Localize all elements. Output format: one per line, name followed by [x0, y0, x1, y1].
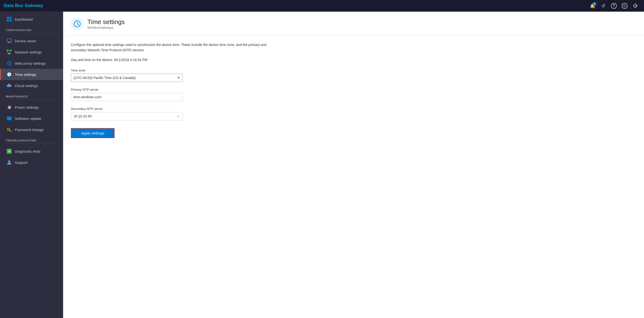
sidebar-label-dashboard: Dashboard	[15, 17, 32, 21]
page-title: Time settings	[88, 18, 125, 26]
secondary-ntp-group: Secondary NTP server ✓	[71, 107, 636, 120]
help-icon: ?	[611, 3, 617, 9]
page-description: Configure the optional time settings use…	[71, 42, 270, 53]
primary-ntp-input[interactable]	[71, 93, 182, 101]
sidebar-item-device-name[interactable]: Device name	[0, 35, 63, 46]
page-body: Configure the optional time settings use…	[63, 35, 644, 145]
sidebar-item-web-proxy[interactable]: Web proxy settings	[0, 58, 63, 69]
svg-rect-8	[10, 50, 12, 51]
topbar-icon-group: 🔔 1 ↺ ? © ⏻	[588, 1, 640, 11]
svg-rect-6	[8, 42, 11, 42]
sidebar-label-network-settings: Network settings	[15, 50, 42, 54]
help-button[interactable]: ?	[609, 1, 619, 11]
svg-point-19	[7, 128, 10, 130]
section-label-troubleshooting: TROUBLESHOOTING	[0, 135, 63, 143]
section-label-maintenance: MAINTENANCE	[0, 91, 63, 99]
primary-ntp-label: Primary NTP server	[71, 88, 636, 91]
section-label-configuration: CONFIGURATION	[0, 25, 63, 33]
page-subtitle: MyDBoxGateway1	[88, 26, 125, 29]
globe-icon	[6, 61, 12, 66]
grid-icon	[6, 17, 12, 22]
sidebar-label-password-change: Password change	[15, 128, 44, 132]
svg-rect-7	[7, 50, 9, 51]
sidebar-label-support: Support	[15, 161, 28, 165]
apply-settings-button[interactable]: Apply settings	[71, 128, 114, 138]
svg-text:↑: ↑	[8, 117, 10, 120]
clock-icon	[6, 72, 12, 77]
secondary-ntp-input-wrapper: ✓	[71, 112, 182, 120]
sidebar-item-network-settings[interactable]: Network settings	[0, 46, 63, 58]
refresh-button[interactable]: ↺	[598, 1, 608, 11]
sidebar-label-cloud-settings: Cloud settings	[15, 84, 38, 88]
copyright-button[interactable]: ©	[620, 1, 630, 11]
svg-rect-2	[7, 20, 9, 22]
network-icon	[6, 49, 12, 55]
svg-rect-3	[10, 20, 12, 22]
diagnostic-icon: +	[6, 148, 12, 154]
notification-button[interactable]: 🔔 1	[588, 1, 598, 11]
secondary-ntp-label: Secondary NTP server	[71, 107, 636, 111]
timezone-group: Time zone (UTC-12:00) International Date…	[71, 69, 636, 82]
sidebar: Dashboard CONFIGURATION Device name Netw…	[0, 12, 63, 318]
topbar: Data Box Gateway 🔔 1 ↺ ? © ⏻	[0, 0, 644, 12]
troubleshooting-divider	[6, 143, 57, 144]
sidebar-label-power-settings: Power settings	[15, 105, 38, 109]
sidebar-label-software-update: Software update	[15, 116, 41, 121]
svg-text:+: +	[8, 149, 10, 153]
sidebar-label-web-proxy: Web proxy settings	[15, 61, 46, 65]
sidebar-item-diagnostic-tests[interactable]: + Diagnostic tests	[0, 146, 63, 157]
svg-rect-4	[7, 39, 12, 42]
secondary-ntp-checkmark: ✓	[177, 114, 180, 118]
content-area: Time settings MyDBoxGateway1 Configure t…	[63, 12, 644, 318]
sidebar-label-time-settings: Time settings	[15, 72, 36, 77]
svg-rect-5	[8, 43, 10, 43]
sidebar-item-cloud-settings[interactable]: Cloud settings	[0, 80, 63, 91]
secondary-ntp-input[interactable]	[71, 112, 182, 120]
page-header-icon	[71, 18, 84, 30]
timezone-label: Time zone	[71, 69, 636, 72]
sidebar-item-software-update[interactable]: ↑ Software update	[0, 113, 63, 124]
svg-point-24	[8, 160, 10, 163]
primary-ntp-group: Primary NTP server	[71, 88, 636, 101]
refresh-icon: ↺	[601, 3, 606, 9]
update-icon: ↑	[6, 116, 12, 121]
power-icon: ⏻	[633, 3, 638, 8]
power-button[interactable]: ⏻	[630, 1, 640, 11]
sidebar-item-password-change[interactable]: Password change	[0, 124, 63, 135]
sidebar-label-device-name: Device name	[15, 39, 36, 43]
main-layout: Dashboard CONFIGURATION Device name Netw…	[0, 12, 644, 318]
maintenance-divider	[6, 99, 57, 100]
timezone-select[interactable]: (UTC-12:00) International Date Line West…	[71, 74, 182, 82]
sidebar-item-dashboard[interactable]: Dashboard	[0, 14, 63, 25]
gear-icon	[6, 105, 12, 110]
sidebar-item-time-settings[interactable]: Time settings	[0, 69, 63, 80]
device-icon	[6, 38, 12, 44]
svg-rect-1	[10, 17, 12, 19]
sidebar-label-diagnostic-tests: Diagnostic tests	[15, 149, 40, 153]
key-icon	[6, 127, 12, 132]
config-divider	[6, 33, 57, 33]
copyright-icon: ©	[622, 3, 628, 9]
notification-badge: 1	[592, 2, 596, 6]
svg-rect-0	[7, 17, 9, 19]
support-icon	[6, 160, 12, 165]
device-time: Day and time on the device: 9/11/2018 4:…	[71, 58, 636, 62]
sidebar-item-support[interactable]: Support	[0, 157, 63, 168]
brand-title: Data Box Gateway	[4, 3, 43, 8]
page-header-text: Time settings MyDBoxGateway1	[88, 18, 125, 29]
sidebar-item-power-settings[interactable]: Power settings	[0, 102, 63, 113]
cloud-icon	[6, 83, 12, 88]
page-header: Time settings MyDBoxGateway1	[63, 12, 644, 35]
